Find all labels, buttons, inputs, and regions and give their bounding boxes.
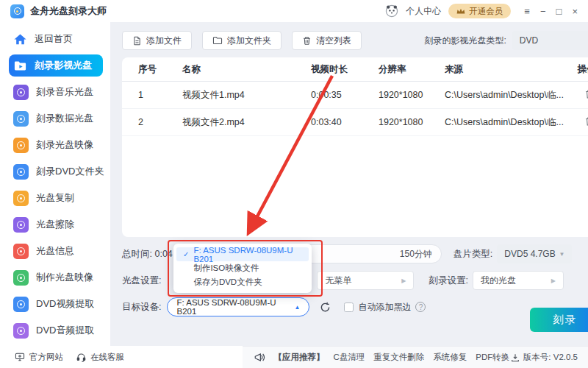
table-header: 序号 名称 视频时长 分辨率 来源 操作 bbox=[122, 57, 588, 82]
trash-icon bbox=[584, 89, 588, 99]
app-recommend-label: 【应用推荐】 bbox=[274, 352, 325, 363]
file-icon bbox=[132, 36, 142, 46]
target-device-label: 目标设备: bbox=[122, 301, 161, 314]
table-row[interactable]: 2 视频文件2.mp4 0:03:40 1920*1080 C:\Users\a… bbox=[122, 109, 588, 136]
dropdown-option-device[interactable]: ✓ F: ASUS SDRW-08U9M-U B201 bbox=[176, 247, 309, 261]
main-panel: 添加文件 添加文件夹 清空列表 刻录的影视光盘类型: DVD ▼ bbox=[110, 22, 588, 346]
dvd-video-extract-icon bbox=[13, 297, 29, 312]
device-dropdown-menu: ✓ F: ASUS SDRW-08U9M-U B201 ✓ 制作ISO映像文件 … bbox=[173, 244, 312, 293]
crown-icon bbox=[456, 7, 465, 15]
sidebar-item-burn-music-disc[interactable]: 刻录音乐光盘 bbox=[9, 81, 103, 103]
clear-list-button[interactable]: 清空列表 bbox=[292, 31, 362, 50]
disc-menu-select[interactable]: 无菜单 ▶ bbox=[317, 271, 414, 290]
open-membership-button[interactable]: 开通会员 bbox=[448, 4, 511, 18]
device-row: 目标设备: F: ASUS SDRW-08U9M-U B201 ▲ 自动添加黑边… bbox=[122, 297, 588, 316]
burn-settings-select[interactable]: 我的光盘 ▶ bbox=[473, 271, 564, 290]
monitor-icon bbox=[15, 353, 25, 361]
statusbar: 官方网站 在线客服 【应用推荐】 C盘清理 重复文件删除 系统修复 PDF转换 … bbox=[0, 346, 588, 368]
headset-icon bbox=[76, 353, 86, 362]
disc-size-select[interactable]: DVD5 4.7GB ▼ bbox=[497, 244, 572, 263]
video-folder-icon bbox=[13, 59, 27, 73]
trash-icon bbox=[302, 36, 312, 46]
sidebar-item-home[interactable]: 返回首页 bbox=[9, 28, 103, 50]
chevron-right-icon: ▶ bbox=[401, 277, 406, 284]
user-center-link[interactable]: 个人中心 bbox=[406, 5, 441, 18]
sidebar-item-burn-data-disc[interactable]: 刻录数据光盘 bbox=[9, 107, 103, 130]
total-time-label: 总时间: 0:04 bbox=[122, 248, 173, 261]
music-disc-icon bbox=[13, 85, 29, 100]
delete-row-button[interactable] bbox=[583, 88, 588, 103]
statusbar-link-sys-repair[interactable]: 系统修复 bbox=[433, 352, 467, 363]
dvd-folder-icon bbox=[13, 164, 29, 180]
toolbar: 添加文件 添加文件夹 清空列表 刻录的影视光盘类型: DVD ▼ bbox=[122, 31, 588, 50]
check-icon: ✓ bbox=[183, 250, 189, 258]
burn-button[interactable]: 刻录 bbox=[530, 308, 588, 332]
trash-icon bbox=[584, 116, 588, 127]
maximize-icon[interactable]: □ bbox=[556, 7, 562, 16]
sidebar-item-disc-erase[interactable]: 光盘擦除 bbox=[9, 213, 103, 236]
app-logo-icon bbox=[10, 4, 24, 18]
refresh-devices-button[interactable] bbox=[320, 302, 331, 313]
sidebar-item-disc-copy[interactable]: 光盘复制 bbox=[9, 187, 103, 209]
table-row[interactable]: 1 视频文件1.mp4 0:00:35 1920*1080 C:\Users\a… bbox=[122, 82, 588, 109]
disc-type-label: 刻录的影视光盘类型: bbox=[425, 35, 506, 47]
app-title: 金舟光盘刻录大师 bbox=[30, 4, 107, 18]
add-folder-button[interactable]: 添加文件夹 bbox=[202, 31, 282, 50]
user-avatar[interactable] bbox=[385, 4, 398, 18]
app-window: 金舟光盘刻录大师 个人中心 开通会员 ≡ − □ × bbox=[0, 0, 588, 368]
disc-settings-label: 光盘设置: bbox=[122, 275, 161, 287]
dvd-audio-extract-icon bbox=[13, 323, 29, 339]
disc-erase-icon bbox=[13, 217, 29, 233]
titlebar: 金舟光盘刻录大师 个人中心 开通会员 ≡ − □ × bbox=[0, 0, 588, 22]
disc-copy-icon bbox=[13, 191, 29, 206]
download-icon bbox=[511, 353, 520, 362]
statusbar-link-c-clean[interactable]: C盘清理 bbox=[334, 352, 365, 363]
disc-size-label: 盘片类型: bbox=[453, 248, 492, 261]
sidebar-item-dvd-audio-extract[interactable]: DVD音频提取 bbox=[9, 319, 103, 342]
file-list-table: 序号 名称 视频时长 分辨率 来源 操作 1 视频文件1.mp4 0:00:35… bbox=[122, 57, 588, 237]
caret-down-icon: ▼ bbox=[559, 251, 564, 258]
disc-type-select[interactable]: DVD ▼ bbox=[512, 31, 588, 50]
home-icon bbox=[13, 32, 27, 46]
statusbar-link-pdf-convert[interactable]: PDF转换 bbox=[476, 352, 509, 363]
add-file-button[interactable]: 添加文件 bbox=[122, 31, 192, 50]
auto-black-edge-label: 自动添加黑边 bbox=[358, 301, 411, 314]
delete-row-button[interactable] bbox=[583, 115, 588, 130]
online-service-link[interactable]: 在线客服 bbox=[76, 352, 124, 363]
refresh-icon bbox=[320, 302, 331, 313]
make-image-icon bbox=[13, 270, 29, 286]
official-website-link[interactable]: 官方网站 bbox=[15, 352, 63, 363]
folder-icon bbox=[212, 36, 223, 45]
caret-up-icon: ▲ bbox=[295, 304, 301, 311]
auto-black-edge-checkbox[interactable] bbox=[344, 302, 354, 312]
sidebar-item-burn-dvd-folder[interactable]: 刻录DVD文件夹 bbox=[9, 160, 103, 183]
target-device-select[interactable]: F: ASUS SDRW-08U9M-U B201 ▲ bbox=[167, 297, 309, 316]
sidebar: 返回首页 刻录影视光盘 刻录音乐光盘 刻录数据光盘 刻录光盘映像 刻录DVD文件… bbox=[0, 22, 110, 346]
disc-info-icon bbox=[13, 244, 29, 259]
dropdown-option-make-iso[interactable]: ✓ 制作ISO映像文件 bbox=[176, 261, 309, 275]
menu-icon[interactable]: ≡ bbox=[524, 7, 530, 16]
help-icon[interactable]: ? bbox=[415, 302, 426, 312]
burn-settings-label: 刻录设置: bbox=[429, 275, 467, 287]
capacity-value: 150分钟 bbox=[400, 248, 432, 261]
sidebar-item-disc-info[interactable]: 光盘信息 bbox=[9, 240, 103, 262]
sidebar-item-make-disc-image[interactable]: 制作光盘映像 bbox=[9, 266, 103, 289]
sidebar-item-burn-video-disc[interactable]: 刻录影视光盘 bbox=[9, 54, 103, 77]
version-label: 版本号: V2.0.5 bbox=[511, 352, 578, 363]
minimize-icon[interactable]: − bbox=[540, 7, 546, 16]
disc-image-icon bbox=[13, 138, 29, 153]
sidebar-item-burn-disc-image[interactable]: 刻录光盘映像 bbox=[9, 134, 103, 156]
statusbar-link-dup-delete[interactable]: 重复文件删除 bbox=[373, 352, 424, 363]
dropdown-option-save-dvd-folder[interactable]: ✓ 保存为DVD文件夹 bbox=[176, 275, 309, 289]
chevron-right-icon: ▶ bbox=[551, 277, 556, 284]
sidebar-item-dvd-video-extract[interactable]: DVD视频提取 bbox=[9, 293, 103, 315]
data-disc-icon bbox=[13, 111, 29, 127]
megaphone-icon bbox=[254, 353, 265, 362]
close-icon[interactable]: × bbox=[572, 7, 578, 16]
